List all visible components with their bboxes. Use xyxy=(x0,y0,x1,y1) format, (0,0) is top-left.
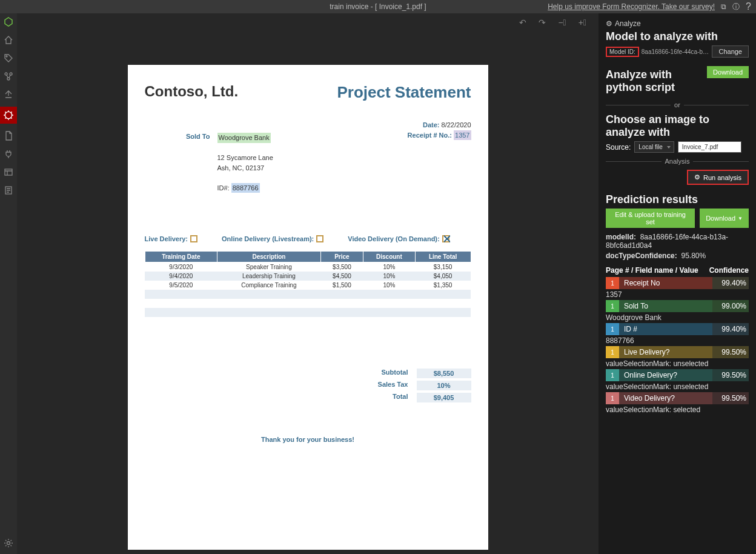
or-divider: or xyxy=(674,101,680,108)
address-line1: 12 Sycamore Lane xyxy=(217,154,273,161)
source-label: Source: xyxy=(606,143,631,152)
subtotal-value: $8,550 xyxy=(417,369,471,378)
sold-to-value: Woodgrove Bank xyxy=(217,133,271,143)
online-delivery-label: Online Delivery (Livestream): xyxy=(222,235,314,242)
source-select[interactable]: Local file xyxy=(634,141,674,153)
choose-image-heading: Choose an image to analyze with xyxy=(606,113,749,139)
date-label: Date: xyxy=(423,121,440,128)
sold-to-label: Sold To xyxy=(145,133,217,193)
sidebar xyxy=(0,13,17,554)
date-value: 8/22/2020 xyxy=(442,121,471,128)
modelid-key: modelId: xyxy=(606,233,636,241)
run-analysis-icon: ⚙ xyxy=(694,173,700,181)
live-delivery-checkbox xyxy=(190,235,197,242)
download-results-button[interactable]: Download▼ xyxy=(700,209,749,228)
settings-small-icon: ⚙ xyxy=(606,19,612,28)
id-value: 8887766 xyxy=(231,183,260,193)
result-entry[interactable]: 1Receipt No99.40%1357 xyxy=(606,277,749,299)
online-delivery-checkbox xyxy=(316,235,323,242)
video-delivery-checkbox xyxy=(442,235,449,242)
doc-title: Project Statement xyxy=(337,83,471,102)
document-preview: Contoso, Ltd. Project Statement Date: 8/… xyxy=(128,65,488,550)
run-analysis-button[interactable]: ⚙Run analysis xyxy=(687,170,749,185)
result-entry[interactable]: 1Online Delivery?99.50%valueSelectionMar… xyxy=(606,369,749,391)
zoom-out-icon[interactable]: −⃝ xyxy=(558,18,566,27)
zoom-in-icon[interactable]: +⃝ xyxy=(579,18,586,27)
line-items-table: Training DateDescriptionPriceDiscountLin… xyxy=(145,251,471,326)
svg-point-3 xyxy=(7,78,10,80)
result-entry[interactable]: 1Live Delivery?99.50%valueSelectionMark:… xyxy=(606,346,749,368)
survey-link[interactable]: Help us improve Form Recognizer. Take ou… xyxy=(548,2,715,11)
edit-upload-button[interactable]: Edit & upload to training set xyxy=(606,209,695,228)
analysis-divider: Analysis xyxy=(665,158,690,165)
download-script-button[interactable]: Download xyxy=(707,66,749,78)
tax-label: Sales Tax xyxy=(338,381,417,390)
thanks-message: Thank you for your business! xyxy=(145,436,471,443)
result-entry[interactable]: 1Video Delivery?99.50%valueSelectionMark… xyxy=(606,392,749,414)
subtotal-label: Subtotal xyxy=(338,369,417,378)
gear-icon[interactable] xyxy=(2,537,15,549)
prediction-heading: Prediction results xyxy=(606,193,749,206)
id-label: ID#: xyxy=(217,184,230,192)
tax-value: 10% xyxy=(417,381,471,390)
external-icon[interactable]: ⧉ xyxy=(721,2,726,11)
receipt-label: Receipt # No.: xyxy=(408,132,452,139)
svg-point-2 xyxy=(10,73,12,75)
results-col-left: Page # / Field name / Value xyxy=(606,266,698,275)
document-icon[interactable] xyxy=(2,184,15,196)
info-icon[interactable]: ⓘ xyxy=(732,2,740,12)
receipt-value: 1357 xyxy=(454,130,471,141)
plug-icon[interactable] xyxy=(2,148,15,160)
result-entry[interactable]: 1Sold To99.00%Woodgrove Bank xyxy=(606,300,749,322)
results-col-right: Confidence xyxy=(709,266,749,275)
doctype-key: docTypeConfidence: xyxy=(606,252,677,260)
tag-icon[interactable] xyxy=(2,52,15,64)
logo-icon[interactable] xyxy=(2,16,15,28)
model-heading: Model to analyze with xyxy=(606,30,749,43)
results-list: 1Receipt No99.40%13571Sold To99.00%Woodg… xyxy=(606,277,749,414)
app-title: train invoice - [ Invoice_1.pdf ] xyxy=(330,2,426,11)
svg-rect-5 xyxy=(5,169,12,175)
video-delivery-label: Video Delivery (On Demand): xyxy=(348,235,439,242)
redo-icon[interactable]: ↷ xyxy=(539,18,546,27)
analyze-panel: ⚙Analyze Model to analyze with Model ID:… xyxy=(598,13,756,554)
analyze-tab-label: Analyze xyxy=(615,19,641,28)
svg-point-1 xyxy=(5,73,7,75)
company-name: Contoso, Ltd. xyxy=(145,83,239,102)
home-icon[interactable] xyxy=(2,34,15,46)
doctype-value: 95.80% xyxy=(681,252,706,260)
connections-icon[interactable] xyxy=(2,70,15,82)
compose-icon[interactable] xyxy=(2,88,15,101)
layout-icon[interactable] xyxy=(2,166,15,178)
change-button[interactable]: Change xyxy=(712,45,749,58)
total-label: Total xyxy=(338,393,417,402)
help-icon[interactable]: ? xyxy=(746,1,751,12)
page-icon[interactable] xyxy=(2,130,15,142)
analyze-icon[interactable] xyxy=(0,107,17,124)
svg-point-7 xyxy=(7,542,10,545)
undo-icon[interactable]: ↶ xyxy=(519,18,526,27)
source-file-input[interactable] xyxy=(678,141,741,153)
model-id-value: 8aa16866-16fe-44ca-b13a-8bfc6a... xyxy=(642,48,710,55)
address-line2: Ash, NC, 02137 xyxy=(217,164,265,172)
svg-point-0 xyxy=(6,56,7,57)
live-delivery-label: Live Delivery: xyxy=(145,235,188,242)
total-value: $9,405 xyxy=(417,393,471,402)
result-entry[interactable]: 1ID #99.40%8887766 xyxy=(606,323,749,345)
python-heading: Analyze with python script xyxy=(606,68,703,94)
model-id-label: Model ID: xyxy=(606,47,639,57)
